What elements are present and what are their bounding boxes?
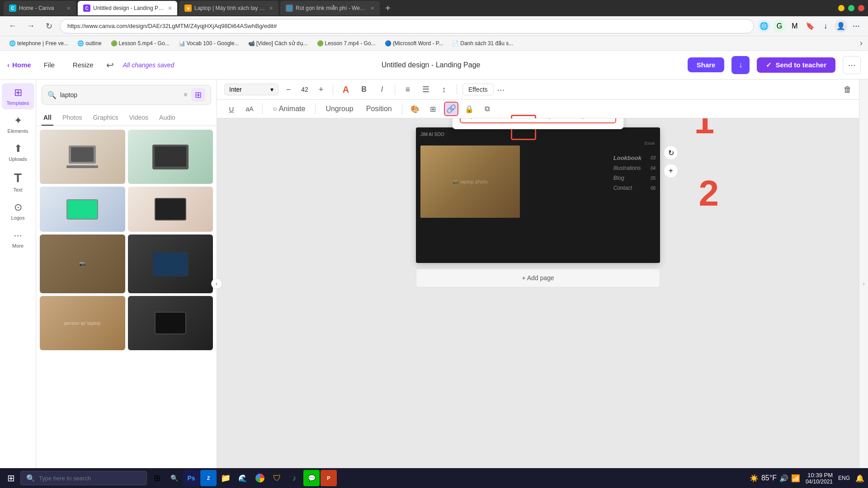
close-tab-2-icon[interactable]: ×: [168, 5, 172, 12]
taskbar-line[interactable]: 💬: [303, 470, 320, 486]
download-button[interactable]: ↓: [731, 56, 750, 74]
ungroup-button[interactable]: Ungroup: [321, 102, 358, 116]
nav-illustrations[interactable]: Illustrations 04: [613, 165, 656, 171]
ext-icon-1[interactable]: 🌐: [758, 20, 770, 33]
tray-network-icon[interactable]: 📶: [791, 474, 800, 483]
bookmark-lesson5[interactable]: 🟢 Lesson 5.mp4 - Go...: [107, 39, 173, 47]
sidebar-item-logos[interactable]: ⊙ Logos: [2, 198, 34, 224]
link-input[interactable]: [460, 118, 616, 123]
taskbar-view-icon[interactable]: ⊞: [149, 470, 165, 486]
taskbar-edge[interactable]: 🌊: [235, 470, 251, 486]
italic-button[interactable]: I: [375, 82, 389, 97]
share-button[interactable]: Share: [688, 57, 725, 72]
send-to-teacher-button[interactable]: ✓ Send to teacher: [757, 57, 835, 73]
search-input[interactable]: [60, 91, 180, 99]
tab-canva-design[interactable]: C Untitled design - Landing Page ×: [78, 1, 177, 15]
image-item-8[interactable]: [128, 296, 213, 350]
sidebar-item-uploads[interactable]: ⬆ Uploads: [2, 139, 34, 165]
list-button[interactable]: ☰: [419, 82, 433, 97]
tab-link-shortener[interactable]: 🌐 Rút gọn link miễn phí - Web rút... ×: [280, 1, 380, 15]
tray-weather-icon[interactable]: ☀️: [750, 474, 759, 483]
add-page-button[interactable]: + Add page: [416, 268, 660, 287]
undo-button[interactable]: ↩: [106, 60, 114, 70]
taskbar-photoshop[interactable]: Ps: [183, 470, 199, 486]
bookmark-list[interactable]: 📄 Danh sách 31 đầu s...: [448, 39, 517, 47]
ext-icon-2[interactable]: G: [773, 20, 786, 33]
filter-button[interactable]: ⊞: [191, 88, 205, 102]
close-tab-3-icon[interactable]: ×: [269, 5, 273, 12]
bookmark-telephone[interactable]: 🌐 telephone | Free ve...: [5, 39, 72, 47]
nav-contact[interactable]: Contact 06: [613, 185, 656, 191]
spacing-button[interactable]: ↕: [437, 82, 451, 97]
tray-volume-icon[interactable]: 🔊: [779, 474, 788, 483]
refresh-design-button[interactable]: ↻: [664, 145, 678, 160]
nav-blog[interactable]: Blog 05: [613, 175, 656, 181]
delete-button[interactable]: 🗑: [844, 85, 852, 94]
tab-laptop[interactable]: ★ Laptop | Máy tính xách tay mua... ×: [179, 1, 278, 15]
bookmark-word[interactable]: 🔵 (Microsoft Word - P...: [381, 39, 447, 47]
tab-graphics[interactable]: Graphics: [91, 110, 120, 126]
taskbar-chrome[interactable]: [252, 470, 268, 486]
align-button[interactable]: ≡: [401, 82, 415, 97]
sidebar-item-elements[interactable]: ✦ Elements: [2, 111, 34, 137]
laptop-image-element[interactable]: 📷 laptop photo: [420, 145, 520, 218]
search-clear-icon[interactable]: ×: [184, 91, 188, 99]
image-item-3[interactable]: [40, 187, 125, 232]
sidebar-item-text[interactable]: T Text: [2, 167, 34, 196]
image-item-4[interactable]: [128, 187, 213, 232]
canva-home-link[interactable]: ‹ Home: [7, 61, 31, 69]
link-button[interactable]: 🔗: [444, 102, 458, 116]
ext-icon-5[interactable]: ↓: [819, 20, 832, 33]
image-item-7[interactable]: person w/ laptop: [40, 296, 125, 350]
collapse-panel-button[interactable]: ‹: [211, 278, 222, 289]
start-button[interactable]: ⊞: [4, 471, 19, 485]
position-button[interactable]: Position: [362, 102, 396, 116]
bookmark-video[interactable]: 📹 [Video] Cách sử dụ...: [245, 39, 311, 47]
animate-button[interactable]: ○ Animate: [268, 102, 310, 116]
color-picker-button[interactable]: 🎨: [408, 102, 422, 116]
close-tab-4-icon[interactable]: ×: [371, 5, 374, 12]
ext-icon-3[interactable]: M: [788, 20, 801, 33]
taskbar-antivirus[interactable]: 🛡: [269, 470, 285, 486]
tab-audio[interactable]: Audio: [157, 110, 177, 126]
grid-button[interactable]: ⊞: [426, 102, 440, 116]
image-item-1[interactable]: [40, 130, 125, 184]
new-tab-button[interactable]: +: [382, 3, 394, 14]
tab-photos[interactable]: Photos: [61, 110, 84, 126]
window-close-button[interactable]: [858, 5, 864, 11]
taskbar-spotify[interactable]: ♪: [286, 470, 302, 486]
sidebar-item-more[interactable]: ··· More: [2, 226, 34, 252]
image-item-6[interactable]: [128, 235, 213, 293]
case-button[interactable]: aA: [242, 102, 257, 116]
bookmark-outline[interactable]: 🌐 outline: [74, 39, 105, 47]
bookmark-lesson7[interactable]: 🟢 Lesson 7.mp4 - Go...: [313, 39, 379, 47]
taskbar-files[interactable]: 📁: [217, 470, 234, 486]
canva-file-menu[interactable]: File: [38, 58, 60, 71]
address-input[interactable]: [60, 19, 754, 33]
refresh-button[interactable]: ↻: [42, 19, 56, 33]
window-maximize-button[interactable]: [848, 5, 854, 11]
bookmark-vocab[interactable]: 📊 Vocab 100 - Google...: [175, 39, 243, 47]
tab-canva-home[interactable]: C Home - Canva ×: [4, 1, 76, 15]
toolbar-more-button[interactable]: ···: [497, 84, 505, 95]
more-options-button[interactable]: ···: [843, 56, 861, 74]
taskbar-search[interactable]: 🔍: [20, 471, 147, 485]
font-selector[interactable]: Inter ▾: [224, 84, 278, 95]
forward-button[interactable]: →: [24, 19, 38, 33]
image-item-5[interactable]: 📷: [40, 235, 125, 293]
text-color-button[interactable]: A: [339, 82, 353, 97]
image-item-2[interactable]: [128, 130, 213, 184]
ext-icon-4[interactable]: 🔖: [804, 20, 816, 33]
profile-icon[interactable]: 👤: [835, 20, 847, 33]
close-tab-1-icon[interactable]: ×: [67, 5, 71, 12]
taskbar-search-input[interactable]: [39, 475, 141, 482]
duplicate-button[interactable]: ⧉: [480, 102, 495, 116]
effects-button[interactable]: Effects: [462, 84, 494, 95]
taskbar-search-button[interactable]: 🔍: [166, 470, 182, 486]
bold-button[interactable]: B: [357, 82, 371, 97]
nav-lookbook[interactable]: Lookbook 03: [613, 155, 656, 161]
more-settings-icon[interactable]: ⋯: [850, 20, 863, 33]
bookmarks-more-icon[interactable]: ›: [860, 38, 863, 48]
sidebar-item-templates[interactable]: ⊞ Templates: [2, 83, 34, 109]
right-panel-collapse[interactable]: ›: [859, 80, 868, 488]
